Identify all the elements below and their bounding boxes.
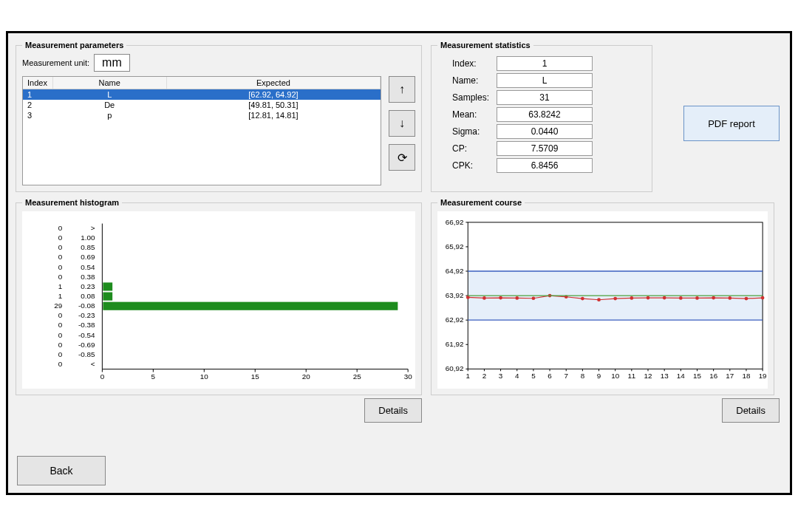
svg-text:14: 14 [677,372,685,380]
parameters-panel: Measurement parameters Measurement unit:… [16,41,422,192]
svg-text:65,92: 65,92 [446,242,464,250]
svg-text:-0.38: -0.38 [78,321,95,329]
course-chart: 60,9261,9262,9263,9264,9265,9266,9212345… [437,211,768,389]
svg-text:0: 0 [58,341,63,349]
unit-value: mm [94,54,130,72]
arrow-down-icon: ↓ [399,117,405,130]
svg-rect-26 [103,282,112,290]
svg-text:3: 3 [499,372,503,380]
stat-cp-label: CP: [437,143,497,154]
histogram-title: Measurement histogram [22,198,122,207]
back-button[interactable]: Back [17,456,106,485]
svg-text:0: 0 [58,360,63,368]
svg-point-103 [499,296,502,300]
unit-label: Measurement unit: [22,58,89,67]
svg-text:5: 5 [531,372,536,380]
svg-text:1.00: 1.00 [81,233,95,242]
table-row[interactable]: 3 p [12.81, 14.81] [23,110,381,120]
move-down-button[interactable]: ↓ [389,110,415,137]
svg-text:0: 0 [58,224,63,232]
table-row[interactable]: 2 De [49.81, 50.31] [23,100,381,110]
svg-text:0: 0 [58,350,63,358]
svg-text:0: 0 [58,253,63,261]
course-details-button[interactable]: Details [722,398,780,423]
svg-text:19: 19 [759,372,767,380]
svg-point-116 [712,296,715,300]
svg-text:15: 15 [251,372,259,381]
params-table[interactable]: Index Name Expected 1 L [62.92, 64.92] [22,76,381,185]
svg-text:0: 0 [58,311,63,319]
svg-text:-0.08: -0.08 [78,301,95,310]
svg-text:0: 0 [100,372,105,381]
svg-text:0.69: 0.69 [81,253,95,261]
svg-text:-0.85: -0.85 [78,350,95,358]
move-up-button[interactable]: ↑ [389,76,415,103]
svg-text:0: 0 [58,233,63,242]
svg-text:20: 20 [302,372,310,381]
svg-text:17: 17 [726,372,734,380]
refresh-icon: ⟳ [398,151,407,165]
svg-text:10: 10 [200,372,208,381]
stat-sigma-value: 0.0440 [497,124,593,139]
statistics-panel: Measurement statistics Index:1 Name:L Sa… [431,41,652,192]
histogram-details-button[interactable]: Details [364,398,422,423]
svg-text:2: 2 [482,372,486,380]
svg-text:0: 0 [58,243,63,251]
refresh-button[interactable]: ⟳ [389,144,415,171]
svg-text:64,92: 64,92 [446,267,464,275]
stat-name-value: L [497,73,593,88]
svg-text:10: 10 [611,372,619,380]
svg-point-105 [532,296,536,300]
svg-text:1: 1 [58,282,62,290]
svg-text:0.85: 0.85 [81,243,95,251]
stat-mean-label: Mean: [437,109,497,120]
svg-text:0.08: 0.08 [81,292,95,300]
svg-point-115 [695,296,699,300]
svg-text:30: 30 [404,372,412,381]
stat-mean-value: 63.8242 [497,107,593,122]
svg-rect-29 [103,292,112,300]
svg-rect-32 [103,302,398,310]
stat-cp-value: 7.5709 [497,141,593,156]
stat-name-label: Name: [437,75,497,86]
svg-text:-0.54: -0.54 [78,331,95,339]
svg-text:16: 16 [709,372,717,380]
svg-text:12: 12 [644,372,652,380]
svg-text:0.54: 0.54 [81,263,95,271]
col-name[interactable]: Name [52,77,166,89]
svg-text:-0.69: -0.69 [78,341,95,349]
table-row[interactable]: 1 L [62.92, 64.92] [23,89,381,100]
pdf-report-button[interactable]: PDF report [683,106,780,141]
stat-index-value: 1 [497,56,593,71]
statistics-title: Measurement statistics [437,41,533,50]
svg-point-114 [679,296,683,300]
svg-text:1: 1 [58,292,62,300]
main-frame: Measurement parameters Measurement unit:… [6,31,792,495]
svg-text:61,92: 61,92 [446,340,464,348]
svg-text:62,92: 62,92 [446,316,464,324]
stat-samples-value: 31 [497,90,593,105]
svg-text:<: < [91,360,95,368]
course-title: Measurement course [437,198,525,207]
svg-text:0: 0 [58,263,63,271]
stat-sigma-label: Sigma: [437,126,497,137]
col-expected[interactable]: Expected [166,77,380,89]
histogram-chart: 051015202530>01.0000.8500.6900.5400.3800… [22,211,415,389]
svg-point-102 [482,296,486,300]
svg-point-109 [597,298,601,301]
svg-point-104 [515,296,519,300]
svg-text:8: 8 [581,372,585,380]
svg-point-113 [663,296,666,300]
stat-index-label: Index: [437,58,497,69]
arrow-up-icon: ↑ [399,83,405,96]
col-index[interactable]: Index [23,77,52,89]
svg-point-119 [761,296,765,300]
stat-cpk-value: 6.8456 [497,158,593,173]
svg-text:0: 0 [58,273,63,281]
course-panel: Measurement course 60,9261,9262,9263,926… [431,198,774,395]
stat-cpk-label: CPK: [437,160,497,171]
svg-text:15: 15 [693,372,701,380]
svg-text:0: 0 [58,321,63,329]
svg-point-111 [630,296,633,300]
svg-text:0.38: 0.38 [81,273,95,281]
